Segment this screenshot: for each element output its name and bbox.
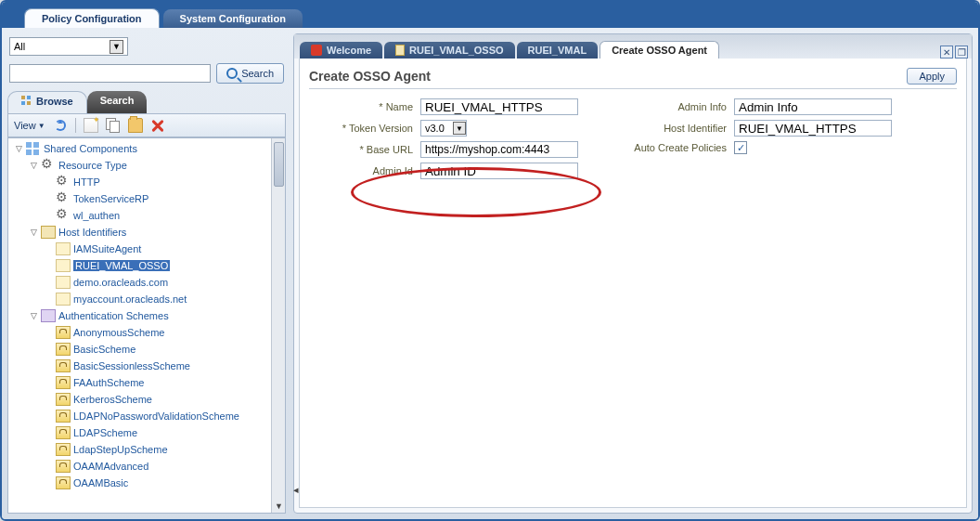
page-title: Create OSSO Agent [309, 69, 431, 84]
tree-node-label: BasicScheme [73, 344, 135, 355]
expand-spacer [44, 395, 54, 405]
admin-id-label: Admin Id [373, 165, 413, 176]
expand-spacer [44, 378, 54, 388]
gear-icon [56, 176, 71, 189]
tree-node-wl-authen[interactable]: wl_authen [10, 207, 271, 224]
tree-node-oaamadvanced[interactable]: OAAMAdvanced [10, 458, 271, 475]
search-button[interactable]: Search [216, 63, 284, 84]
tree-node-iamsuiteagent[interactable]: IAMSuiteAgent [10, 241, 271, 257]
content-area: Create OSSO Agent Apply * Name * Token V… [299, 59, 967, 508]
scheme-icon [56, 460, 71, 473]
subtab-search[interactable]: Search [87, 91, 148, 113]
tree-node-faauthscheme[interactable]: FAAuthScheme [10, 374, 271, 391]
tree-node-resource-type[interactable]: ▽Resource Type [10, 157, 271, 174]
gear-icon [41, 159, 56, 172]
tree-node-demo-oracleads-com[interactable]: demo.oracleads.com [10, 274, 271, 291]
tree-node-shared-components[interactable]: ▽Shared Components [10, 140, 271, 157]
expand-spacer [44, 428, 54, 438]
tree-node-tokenservicerp[interactable]: TokenServiceRP [10, 190, 271, 207]
collapse-icon[interactable]: ▽ [29, 228, 39, 238]
tree-node-authentication-schemes[interactable]: ▽Authentication Schemes [10, 307, 271, 324]
tree-node-basicsessionlessscheme[interactable]: BasicSessionlessScheme [10, 358, 271, 374]
host-identifier-input[interactable] [734, 120, 892, 137]
collapse-icon[interactable]: ▽ [14, 144, 24, 154]
expand-spacer [44, 211, 54, 221]
admin-id-input[interactable] [420, 163, 578, 179]
tree-node-http[interactable]: HTTP [10, 174, 271, 190]
expand-spacer [44, 244, 54, 254]
refresh-icon[interactable] [53, 118, 68, 133]
expand-spacer [44, 462, 54, 472]
search-button-label: Search [241, 68, 274, 79]
chevron-down-icon: ▼ [38, 122, 45, 130]
tab-policy-configuration[interactable]: Policy Configuration [24, 8, 160, 28]
open-folder-icon[interactable] [128, 118, 143, 133]
tree-scrollbar[interactable]: ▲ ▼ [271, 138, 285, 513]
name-label: Name [386, 101, 413, 112]
tree-node-host-identifiers[interactable]: ▽Host Identifiers [10, 224, 271, 241]
tree-node-label: wl_authen [73, 210, 120, 221]
view-menu[interactable]: View ▼ [14, 120, 45, 131]
host-identifier-label: Host Identifier [664, 123, 727, 134]
expand-spacer [44, 294, 54, 305]
close-tab-icon[interactable]: ✕ [940, 46, 953, 59]
tree-node-label: LDAPNoPasswordValidationScheme [73, 410, 239, 422]
token-version-select[interactable]: v3.0 ▼ [420, 120, 467, 137]
scheme-icon [56, 443, 71, 456]
tree-node-ruei-vmal-osso[interactable]: RUEI_VMAL_OSSO [10, 257, 271, 274]
name-input[interactable] [420, 98, 578, 115]
oracle-icon [311, 45, 322, 56]
tab-system-configuration[interactable]: System Configuration [163, 9, 303, 28]
new-icon[interactable] [84, 118, 98, 133]
delete-icon[interactable] [150, 118, 165, 133]
separator [75, 118, 76, 133]
duplicate-icon[interactable] [106, 118, 121, 133]
tree-node-ldapnopasswordvalidationscheme[interactable]: LDAPNoPasswordValidationScheme [10, 408, 271, 424]
tree-node-basicscheme[interactable]: BasicScheme [10, 341, 271, 358]
collapse-icon[interactable]: ▽ [29, 311, 39, 321]
chevron-down-icon: ▼ [110, 40, 123, 54]
maximize-icon[interactable]: ❐ [955, 46, 968, 59]
tab-create-osso-agent[interactable]: Create OSSO Agent [600, 41, 719, 59]
tree-node-label: demo.oracleads.com [73, 277, 168, 288]
collapse-icon[interactable]: ▽ [29, 161, 39, 171]
scheme-icon [56, 426, 71, 439]
expand-spacer [44, 411, 54, 422]
auto-create-policies-checkbox[interactable]: ✓ [734, 141, 747, 154]
scheme-icon [56, 376, 71, 389]
panel-splitter-icon[interactable] [293, 484, 303, 502]
apply-button[interactable]: Apply [907, 68, 957, 85]
leaf-icon [56, 276, 71, 289]
tree-node-oaambasic[interactable]: OAAMBasic [10, 475, 271, 491]
scheme-icon [56, 393, 71, 406]
tree-node-label: LDAPScheme [73, 427, 137, 438]
tree-node-label: TokenServiceRP [73, 193, 148, 204]
base-url-label: Base URL [367, 144, 413, 155]
scheme-icon [56, 326, 71, 339]
tree-node-myaccount-oracleads-net[interactable]: myaccount.oracleads.net [10, 291, 271, 307]
filter-scope-dropdown[interactable]: All ▼ [9, 37, 128, 56]
page-icon [395, 45, 405, 56]
tree-node-anonymousscheme[interactable]: AnonymousScheme [10, 324, 271, 341]
tree-node-label: OAAMBasic [73, 477, 128, 488]
document-tabs: Welcome RUEI_VMAL_OSSO RUEI_VMAL Create … [294, 34, 972, 59]
leaf-icon [56, 242, 71, 255]
tree-node-ldapscheme[interactable]: LDAPScheme [10, 424, 271, 441]
expand-spacer [44, 177, 54, 188]
tab-ruei-vmal-osso[interactable]: RUEI_VMAL_OSSO [384, 42, 514, 59]
tab-welcome[interactable]: Welcome [300, 42, 382, 59]
admin-info-label: Admin Info [677, 101, 727, 112]
admin-info-input[interactable] [734, 98, 892, 115]
scroll-down-icon[interactable]: ▼ [272, 499, 286, 513]
tree-node-label: OAAMAdvanced [73, 461, 148, 472]
tree-node-kerberosscheme[interactable]: KerberosScheme [10, 391, 271, 408]
tab-ruei-vmal[interactable]: RUEI_VMAL [517, 42, 599, 59]
search-input[interactable] [9, 64, 211, 83]
base-url-input[interactable] [420, 141, 578, 158]
tree-node-ldapstepupscheme[interactable]: LdapStepUpScheme [10, 441, 271, 458]
expand-spacer [44, 278, 54, 288]
search-icon [226, 68, 238, 79]
scroll-thumb[interactable] [274, 142, 284, 187]
subtab-browse[interactable]: Browse [7, 91, 87, 113]
leaf-icon [56, 259, 71, 272]
